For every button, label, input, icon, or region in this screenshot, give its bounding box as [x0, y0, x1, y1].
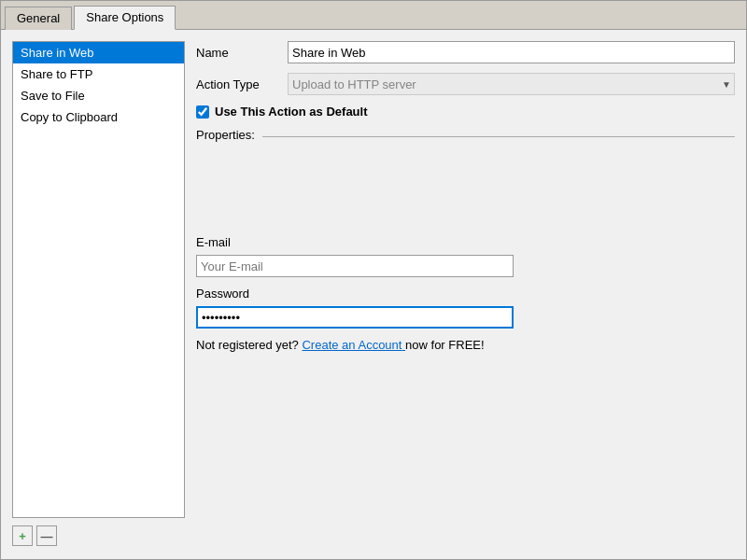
- name-input[interactable]: [288, 41, 735, 63]
- use-default-label: Use This Action as Default: [215, 105, 368, 119]
- register-text-before: Not registered yet?: [196, 338, 299, 352]
- main-window: General Share Options Share in Web Share…: [0, 0, 747, 560]
- tab-general[interactable]: General: [5, 7, 72, 30]
- action-type-select-wrapper: Upload to HTTP server ▼: [288, 73, 735, 95]
- properties-divider: [262, 136, 735, 137]
- list-controls: + —: [12, 524, 185, 548]
- action-list[interactable]: Share in Web Share to FTP Save to File C…: [12, 41, 185, 518]
- tab-bar: General Share Options: [1, 1, 746, 30]
- create-account-link[interactable]: Create an Account: [302, 338, 405, 352]
- use-default-row: Use This Action as Default: [196, 105, 735, 119]
- password-input[interactable]: [196, 306, 514, 329]
- action-type-select[interactable]: Upload to HTTP server: [288, 73, 735, 95]
- right-panel: Name Action Type Upload to HTTP server ▼: [196, 41, 735, 548]
- password-label: Password: [196, 287, 735, 301]
- tab-content: Share in Web Share to FTP Save to File C…: [1, 30, 746, 559]
- list-item-save-to-file[interactable]: Save to File: [13, 85, 184, 106]
- properties-spacer: [196, 151, 735, 226]
- action-type-row: Action Type Upload to HTTP server ▼: [196, 73, 735, 95]
- email-label: E-mail: [196, 235, 735, 249]
- tab-share-options[interactable]: Share Options: [74, 6, 176, 30]
- add-action-button[interactable]: +: [12, 525, 33, 546]
- list-item-share-to-ftp[interactable]: Share to FTP: [13, 63, 184, 85]
- register-text-after: now for FREE!: [405, 338, 485, 352]
- password-section: Password: [196, 287, 735, 329]
- list-item-copy-to-clipboard[interactable]: Copy to Clipboard: [13, 106, 184, 128]
- action-type-label: Action Type: [196, 77, 280, 91]
- remove-action-button[interactable]: —: [36, 525, 57, 546]
- name-row: Name: [196, 41, 735, 63]
- properties-section: Properties:: [196, 128, 735, 142]
- list-item-share-in-web[interactable]: Share in Web: [13, 42, 184, 63]
- name-label: Name: [196, 46, 280, 60]
- use-default-checkbox[interactable]: [196, 105, 209, 119]
- properties-label: Properties:: [196, 128, 255, 142]
- register-row: Not registered yet? Create an Account no…: [196, 338, 735, 352]
- left-panel: Share in Web Share to FTP Save to File C…: [12, 41, 185, 548]
- email-section: E-mail: [196, 235, 735, 277]
- content-area: Share in Web Share to FTP Save to File C…: [12, 41, 735, 548]
- email-input[interactable]: [196, 255, 514, 277]
